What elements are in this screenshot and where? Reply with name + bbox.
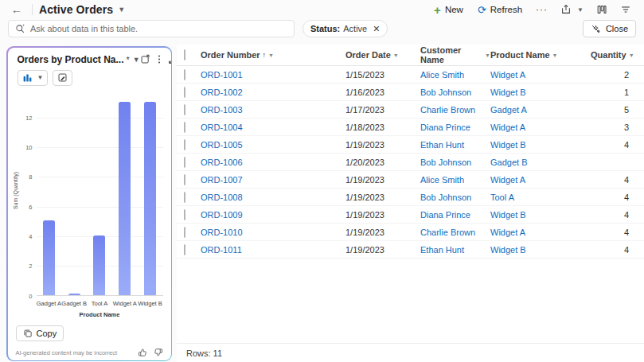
order-number-link[interactable]: ORD-1007 bbox=[201, 175, 243, 185]
chart-title: Orders by Product Na... bbox=[18, 54, 124, 65]
chart-bar[interactable] bbox=[43, 220, 55, 294]
customer-name-link[interactable]: Ethan Hunt bbox=[420, 140, 464, 150]
table-row[interactable]: ORD-10101/19/2023Charlie BrownWidget A4 bbox=[177, 224, 644, 241]
copy-chart-button[interactable]: Copy bbox=[16, 325, 64, 341]
table-row[interactable]: ORD-10091/19/2023Diana PrinceWidget B4 bbox=[177, 206, 644, 224]
order-number-link[interactable]: ORD-1001 bbox=[201, 70, 243, 80]
order-number-link[interactable]: ORD-1008 bbox=[201, 193, 243, 202]
product-name-link[interactable]: Widget B bbox=[490, 88, 526, 97]
table-row[interactable]: ORD-10051/19/2023Ethan HuntWidget B4 bbox=[177, 136, 644, 154]
row-checkbox[interactable] bbox=[184, 69, 185, 80]
row-checkbox[interactable] bbox=[184, 192, 185, 203]
customer-name-link[interactable]: Diana Prince bbox=[420, 210, 470, 220]
remove-filter-icon[interactable]: ✕ bbox=[373, 24, 380, 34]
thumbs-up-icon[interactable] bbox=[138, 348, 147, 357]
customer-name-link[interactable]: Bob Johnson bbox=[420, 88, 471, 97]
order-date-cell: 1/19/2023 bbox=[345, 245, 384, 255]
chart-bar[interactable] bbox=[119, 102, 131, 295]
copilot-search-icon bbox=[15, 24, 25, 34]
refresh-button[interactable]: ⟳ Refresh bbox=[472, 3, 528, 17]
row-checkbox[interactable] bbox=[184, 87, 185, 98]
more-commands-button[interactable]: ··· bbox=[531, 2, 552, 17]
customer-name-link[interactable]: Alice Smith bbox=[420, 175, 464, 185]
x-axis-tick-label: Gadget B bbox=[61, 300, 87, 307]
quantity-cell: 5 bbox=[591, 105, 644, 115]
edit-columns-button[interactable] bbox=[591, 2, 612, 17]
table-row[interactable]: ORD-10031/17/2023Charlie BrownGadget A5 bbox=[177, 101, 644, 119]
close-copilot-button[interactable]: Close bbox=[583, 20, 636, 37]
column-header-order-date[interactable]: Order Date ▼ bbox=[345, 50, 420, 60]
customer-name-link[interactable]: Diana Prince bbox=[420, 123, 470, 132]
table-row[interactable]: ORD-10011/15/2023Alice SmithWidget A2 bbox=[177, 66, 644, 84]
back-button[interactable]: ← bbox=[8, 3, 25, 16]
view-selector-chevron-icon[interactable]: ▼ bbox=[118, 6, 125, 14]
table-footer: Rows: 11 bbox=[177, 343, 644, 362]
customize-chart-button[interactable] bbox=[53, 70, 72, 86]
order-number-link[interactable]: ORD-1009 bbox=[201, 210, 243, 220]
row-checkbox[interactable] bbox=[184, 104, 185, 115]
order-number-link[interactable]: ORD-1004 bbox=[201, 123, 243, 132]
select-all-checkbox[interactable] bbox=[184, 49, 185, 60]
edit-filters-button[interactable] bbox=[615, 2, 636, 17]
table-row[interactable]: ORD-10081/19/2023Bob JohnsonTool A4 bbox=[177, 189, 644, 206]
row-checkbox[interactable] bbox=[184, 227, 185, 238]
product-name-link[interactable]: Widget B bbox=[490, 210, 526, 220]
share-button[interactable]: ▼ bbox=[556, 2, 588, 17]
status-filter-chip[interactable]: Status: Active ✕ bbox=[302, 20, 388, 37]
chart-type-dropdown[interactable]: ▼ bbox=[18, 70, 49, 86]
customer-name-link[interactable]: Charlie Brown bbox=[420, 105, 475, 115]
product-name-link[interactable]: Widget A bbox=[490, 228, 525, 237]
product-name-link[interactable]: Widget A bbox=[490, 175, 525, 185]
order-number-link[interactable]: ORD-1003 bbox=[201, 105, 243, 115]
row-checkbox[interactable] bbox=[184, 209, 185, 220]
ask-data-searchbox[interactable] bbox=[8, 20, 295, 37]
customer-name-link[interactable]: Charlie Brown bbox=[420, 228, 475, 237]
table-row[interactable]: ORD-10061/20/2023Bob JohnsonGadget B bbox=[177, 154, 644, 171]
chart-bar[interactable] bbox=[93, 235, 105, 295]
column-header-product-name[interactable]: Product Name ▼ bbox=[490, 50, 591, 60]
customer-name-link[interactable]: Bob Johnson bbox=[420, 158, 471, 167]
table-row[interactable]: ORD-10021/16/2023Bob JohnsonWidget B1 bbox=[177, 84, 644, 101]
customer-name-link[interactable]: Ethan Hunt bbox=[420, 245, 464, 255]
order-number-link[interactable]: ORD-1010 bbox=[201, 228, 243, 237]
product-name-link[interactable]: Gadget A bbox=[490, 105, 527, 115]
ask-data-input[interactable] bbox=[30, 24, 287, 33]
row-checkbox[interactable] bbox=[184, 122, 185, 133]
column-chevron-icon: ▼ bbox=[485, 53, 490, 58]
product-name-link[interactable]: Widget B bbox=[490, 245, 526, 255]
new-button[interactable]: + New bbox=[428, 2, 469, 18]
expand-chart-icon[interactable] bbox=[168, 54, 171, 64]
product-name-link[interactable]: Widget A bbox=[490, 123, 525, 132]
row-checkbox[interactable] bbox=[184, 157, 185, 168]
product-name-link[interactable]: Tool A bbox=[490, 193, 514, 202]
order-number-link[interactable]: ORD-1002 bbox=[201, 88, 243, 97]
chart-title-chevron-icon[interactable]: ▼ bbox=[133, 56, 140, 64]
column-header-order-number[interactable]: Order Number ↑ ▼ bbox=[201, 50, 345, 60]
save-chart-icon[interactable] bbox=[140, 54, 150, 64]
table-row[interactable]: ORD-10071/19/2023Alice SmithWidget A4 bbox=[177, 171, 644, 189]
order-number-link[interactable]: ORD-1011 bbox=[201, 245, 242, 255]
row-checkbox[interactable] bbox=[184, 174, 185, 185]
product-name-link[interactable]: Gadget B bbox=[490, 158, 527, 167]
row-checkbox[interactable] bbox=[184, 139, 185, 150]
row-checkbox[interactable] bbox=[184, 244, 185, 255]
chart-bar[interactable] bbox=[144, 102, 156, 295]
refresh-button-label: Refresh bbox=[490, 5, 522, 14]
column-header-customer-name[interactable]: Customer Name ▼ bbox=[420, 45, 490, 64]
quantity-cell: 4 bbox=[591, 193, 644, 202]
table-row[interactable]: ORD-10111/19/2023Ethan HuntWidget B4 bbox=[177, 241, 644, 259]
customer-name-link[interactable]: Alice Smith bbox=[420, 70, 464, 80]
thumbs-down-icon[interactable] bbox=[154, 348, 163, 357]
customer-name-link[interactable]: Bob Johnson bbox=[420, 193, 471, 202]
quantity-cell: 3 bbox=[591, 123, 644, 132]
order-number-link[interactable]: ORD-1006 bbox=[201, 158, 243, 167]
table-row[interactable]: ORD-10041/18/2023Diana PrinceWidget A3 bbox=[177, 119, 644, 136]
sort-ascending-icon: ↑ bbox=[263, 51, 267, 59]
chart-more-options-icon[interactable] bbox=[158, 54, 161, 64]
order-number-link[interactable]: ORD-1005 bbox=[201, 140, 243, 150]
product-name-link[interactable]: Widget B bbox=[490, 140, 526, 150]
product-name-link[interactable]: Widget A bbox=[490, 70, 525, 80]
chart-bar[interactable] bbox=[68, 294, 80, 295]
column-header-quantity[interactable]: Quantity ▼ bbox=[591, 50, 644, 60]
chart-panel-footer: Copy AI-generated content may be incorre… bbox=[8, 325, 171, 360]
